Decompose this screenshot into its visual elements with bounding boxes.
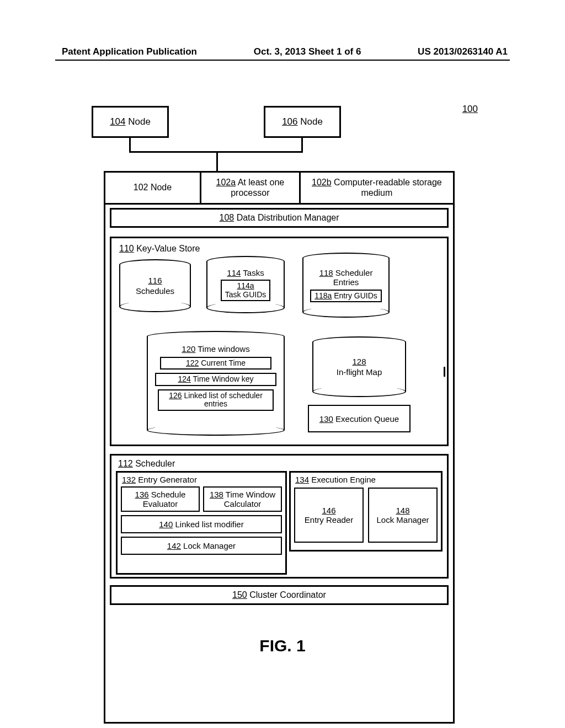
cyl-inflight-map: 128 In-flight Map — [312, 336, 406, 397]
cluster-coordinator: 150 Cluster Coordinator — [110, 585, 449, 605]
lock-manager-148: 148 Lock Manager — [368, 488, 438, 543]
header-left: Patent Application Publication — [62, 46, 197, 57]
node-102-header-row: 102 Node 102a At least one processor 102… — [105, 173, 453, 205]
time-window-key: 124 Time Window key — [155, 373, 276, 386]
time-window-calculator: 138 Time Window Calculator — [203, 486, 282, 512]
kv-store-title: 110 Key-Value Store — [119, 244, 443, 254]
task-guids: 114a Task GUIDs — [221, 280, 271, 301]
cyl-time-windows: 120 Time windows 122 Current Time 124 Ti… — [147, 331, 285, 436]
header-right: US 2013/0263140 A1 — [418, 46, 508, 57]
data-distribution-manager: 108 Data Distribution Manager — [110, 208, 449, 228]
entry-reader: 146 Entry Reader — [294, 488, 364, 543]
node-104: 104 Node — [92, 106, 169, 138]
node-106: 106 Node — [264, 106, 341, 138]
lock-manager-142: 142 Lock Manager — [121, 537, 282, 555]
header-rule — [55, 60, 510, 61]
schedule-evaluator: 136 Schedule Evaluator — [121, 486, 200, 512]
cell-102b: 102b Computer-readable storage medium — [299, 171, 455, 205]
connector — [444, 367, 445, 377]
entry-guids: 118a Entry GUIDs — [310, 290, 382, 302]
execution-queue: 130 Execution Queue — [308, 405, 411, 432]
scheduler-title: 112 Scheduler — [118, 459, 443, 469]
execution-engine: 134 Execution Engine 146 Entry Reader 14… — [289, 471, 443, 552]
entry-generator-title: 132 Entry Generator — [122, 475, 282, 484]
cell-102a: 102a At least one processor — [200, 171, 301, 205]
cell-102-label: 102 Node — [104, 171, 201, 205]
cyl-tasks: 114 Tasks 114a Task GUIDs — [206, 256, 285, 313]
page-header: Patent Application Publication Oct. 3, 2… — [62, 46, 508, 57]
connector — [301, 138, 303, 151]
cyl-schedules: 116 Schedules — [119, 259, 191, 312]
linked-list-modifier: 140 Linked list modifier — [121, 515, 282, 533]
system-reference: 100 — [462, 104, 478, 115]
cyl-scheduler-entries: 118 Scheduler Entries 118a Entry GUIDs — [302, 253, 390, 318]
connector — [216, 151, 218, 171]
header-center: Oct. 3, 2013 Sheet 1 of 6 — [254, 46, 361, 57]
key-value-store: 110 Key-Value Store 116 Schedules 114 Ta… — [110, 237, 449, 446]
linked-list-scheduler-entries: 126 Linked list of scheduler entries — [158, 389, 274, 411]
scheduler: 112 Scheduler 132 Entry Generator 136 Sc… — [110, 454, 449, 579]
figure-label: FIG. 1 — [0, 636, 565, 655]
connector — [129, 138, 131, 151]
current-time: 122 Current Time — [160, 357, 271, 370]
execution-engine-title: 134 Execution Engine — [295, 475, 438, 484]
entry-generator: 132 Entry Generator 136 Schedule Evaluat… — [116, 471, 287, 575]
